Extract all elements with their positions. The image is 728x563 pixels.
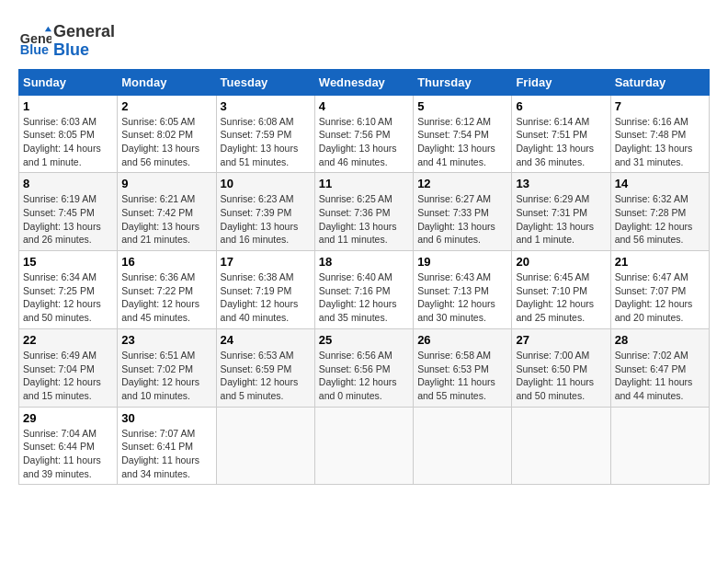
day-info: Sunrise: 6:49 AM Sunset: 7:04 PM Dayligh… [23, 349, 113, 403]
day-info: Sunrise: 6:23 AM Sunset: 7:39 PM Dayligh… [221, 192, 311, 247]
weekday-header-tuesday: Tuesday [216, 69, 314, 95]
day-info: Sunrise: 6:14 AM Sunset: 7:51 PM Dayligh… [516, 115, 606, 169]
day-number: 22 [23, 333, 113, 347]
day-number: 24 [221, 333, 311, 347]
calendar-cell: 14Sunrise: 6:32 AM Sunset: 7:28 PM Dayli… [610, 173, 709, 251]
day-info: Sunrise: 7:02 AM Sunset: 6:47 PM Dayligh… [615, 349, 705, 403]
day-number: 28 [615, 333, 705, 347]
calendar-week-row: 15Sunrise: 6:34 AM Sunset: 7:25 PM Dayli… [19, 251, 710, 329]
day-number: 10 [221, 177, 311, 190]
calendar-cell: 9Sunrise: 6:21 AM Sunset: 7:42 PM Daylig… [118, 173, 216, 251]
day-number: 9 [121, 177, 211, 190]
svg-marker-2 [45, 27, 51, 31]
calendar-cell [216, 407, 314, 485]
day-number: 19 [417, 255, 507, 269]
day-number: 27 [516, 333, 606, 347]
calendar-cell: 26Sunrise: 6:58 AM Sunset: 6:53 PM Dayli… [414, 328, 512, 407]
day-number: 1 [23, 99, 113, 113]
calendar-cell: 25Sunrise: 6:56 AM Sunset: 6:56 PM Dayli… [314, 328, 413, 407]
day-info: Sunrise: 6:47 AM Sunset: 7:07 PM Dayligh… [615, 270, 705, 325]
day-info: Sunrise: 6:32 AM Sunset: 7:28 PM Dayligh… [615, 192, 705, 247]
day-number: 26 [417, 333, 507, 347]
calendar-cell [610, 407, 709, 485]
calendar-cell: 29Sunrise: 7:04 AM Sunset: 6:44 PM Dayli… [19, 407, 118, 485]
weekday-header-wednesday: Wednesday [314, 69, 413, 95]
calendar-cell: 16Sunrise: 6:36 AM Sunset: 7:22 PM Dayli… [118, 251, 216, 329]
calendar-cell: 20Sunrise: 6:45 AM Sunset: 7:10 PM Dayli… [512, 251, 610, 329]
calendar-cell: 6Sunrise: 6:14 AM Sunset: 7:51 PM Daylig… [512, 95, 610, 173]
day-info: Sunrise: 6:25 AM Sunset: 7:36 PM Dayligh… [319, 192, 409, 247]
calendar-cell: 4Sunrise: 6:10 AM Sunset: 7:56 PM Daylig… [314, 95, 413, 173]
logo: General Blue General Blue [18, 23, 115, 60]
day-number: 29 [23, 411, 113, 425]
day-number: 4 [319, 99, 409, 113]
day-number: 21 [615, 255, 705, 269]
calendar-cell: 23Sunrise: 6:51 AM Sunset: 7:02 PM Dayli… [118, 328, 216, 407]
day-number: 15 [23, 255, 113, 269]
day-info: Sunrise: 6:03 AM Sunset: 8:05 PM Dayligh… [23, 115, 113, 169]
svg-text:Blue: Blue [20, 42, 49, 57]
day-number: 13 [516, 177, 606, 190]
day-number: 11 [319, 177, 409, 190]
day-number: 17 [221, 255, 311, 269]
day-info: Sunrise: 6:29 AM Sunset: 7:31 PM Dayligh… [516, 192, 606, 247]
calendar-cell: 21Sunrise: 6:47 AM Sunset: 7:07 PM Dayli… [610, 251, 709, 329]
day-number: 5 [417, 99, 507, 113]
day-info: Sunrise: 6:05 AM Sunset: 8:02 PM Dayligh… [121, 115, 211, 169]
calendar-week-row: 29Sunrise: 7:04 AM Sunset: 6:44 PM Dayli… [19, 407, 710, 485]
day-info: Sunrise: 6:36 AM Sunset: 7:22 PM Dayligh… [121, 270, 211, 325]
day-number: 20 [516, 255, 606, 269]
day-number: 2 [121, 99, 211, 113]
day-number: 6 [516, 99, 606, 113]
calendar-cell: 17Sunrise: 6:38 AM Sunset: 7:19 PM Dayli… [216, 251, 314, 329]
calendar-cell: 15Sunrise: 6:34 AM Sunset: 7:25 PM Dayli… [19, 251, 118, 329]
day-info: Sunrise: 7:04 AM Sunset: 6:44 PM Dayligh… [23, 427, 113, 481]
day-info: Sunrise: 6:21 AM Sunset: 7:42 PM Dayligh… [121, 192, 211, 247]
day-info: Sunrise: 6:34 AM Sunset: 7:25 PM Dayligh… [23, 270, 113, 325]
weekday-header-row: SundayMondayTuesdayWednesdayThursdayFrid… [19, 69, 710, 95]
calendar-week-row: 8Sunrise: 6:19 AM Sunset: 7:45 PM Daylig… [19, 173, 710, 251]
weekday-header-saturday: Saturday [610, 69, 709, 95]
calendar-cell: 10Sunrise: 6:23 AM Sunset: 7:39 PM Dayli… [216, 173, 314, 251]
day-info: Sunrise: 6:38 AM Sunset: 7:19 PM Dayligh… [221, 270, 311, 325]
calendar-cell: 2Sunrise: 6:05 AM Sunset: 8:02 PM Daylig… [118, 95, 216, 173]
day-number: 25 [319, 333, 409, 347]
logo-icon: General Blue [18, 25, 51, 58]
page-header: General Blue General Blue [18, 18, 710, 60]
day-info: Sunrise: 6:53 AM Sunset: 6:59 PM Dayligh… [221, 349, 311, 403]
calendar-cell: 12Sunrise: 6:27 AM Sunset: 7:33 PM Dayli… [414, 173, 512, 251]
day-number: 8 [23, 177, 113, 190]
calendar-cell: 24Sunrise: 6:53 AM Sunset: 6:59 PM Dayli… [216, 328, 314, 407]
calendar-table: SundayMondayTuesdayWednesdayThursdayFrid… [18, 69, 710, 486]
day-number: 7 [615, 99, 705, 113]
calendar-cell: 1Sunrise: 6:03 AM Sunset: 8:05 PM Daylig… [19, 95, 118, 173]
day-number: 30 [121, 411, 211, 425]
weekday-header-friday: Friday [512, 69, 610, 95]
day-info: Sunrise: 6:16 AM Sunset: 7:48 PM Dayligh… [615, 115, 705, 169]
day-info: Sunrise: 6:08 AM Sunset: 7:59 PM Dayligh… [221, 115, 311, 169]
calendar-cell: 27Sunrise: 7:00 AM Sunset: 6:50 PM Dayli… [512, 328, 610, 407]
day-info: Sunrise: 6:58 AM Sunset: 6:53 PM Dayligh… [417, 349, 507, 403]
weekday-header-monday: Monday [118, 69, 216, 95]
weekday-header-thursday: Thursday [414, 69, 512, 95]
calendar-cell: 5Sunrise: 6:12 AM Sunset: 7:54 PM Daylig… [414, 95, 512, 173]
day-info: Sunrise: 6:56 AM Sunset: 6:56 PM Dayligh… [319, 349, 409, 403]
weekday-header-sunday: Sunday [19, 69, 118, 95]
day-info: Sunrise: 6:40 AM Sunset: 7:16 PM Dayligh… [319, 270, 409, 325]
calendar-cell: 18Sunrise: 6:40 AM Sunset: 7:16 PM Dayli… [314, 251, 413, 329]
calendar-cell: 19Sunrise: 6:43 AM Sunset: 7:13 PM Dayli… [414, 251, 512, 329]
day-number: 23 [121, 333, 211, 347]
day-info: Sunrise: 6:43 AM Sunset: 7:13 PM Dayligh… [417, 270, 507, 325]
day-info: Sunrise: 6:12 AM Sunset: 7:54 PM Dayligh… [417, 115, 507, 169]
logo-text-blue: Blue [53, 41, 115, 60]
day-number: 14 [615, 177, 705, 190]
day-number: 18 [319, 255, 409, 269]
calendar-cell: 30Sunrise: 7:07 AM Sunset: 6:41 PM Dayli… [118, 407, 216, 485]
calendar-cell: 28Sunrise: 7:02 AM Sunset: 6:47 PM Dayli… [610, 328, 709, 407]
calendar-cell [512, 407, 610, 485]
calendar-cell: 8Sunrise: 6:19 AM Sunset: 7:45 PM Daylig… [19, 173, 118, 251]
calendar-cell [414, 407, 512, 485]
calendar-cell: 3Sunrise: 6:08 AM Sunset: 7:59 PM Daylig… [216, 95, 314, 173]
day-number: 16 [121, 255, 211, 269]
day-info: Sunrise: 7:00 AM Sunset: 6:50 PM Dayligh… [516, 349, 606, 403]
